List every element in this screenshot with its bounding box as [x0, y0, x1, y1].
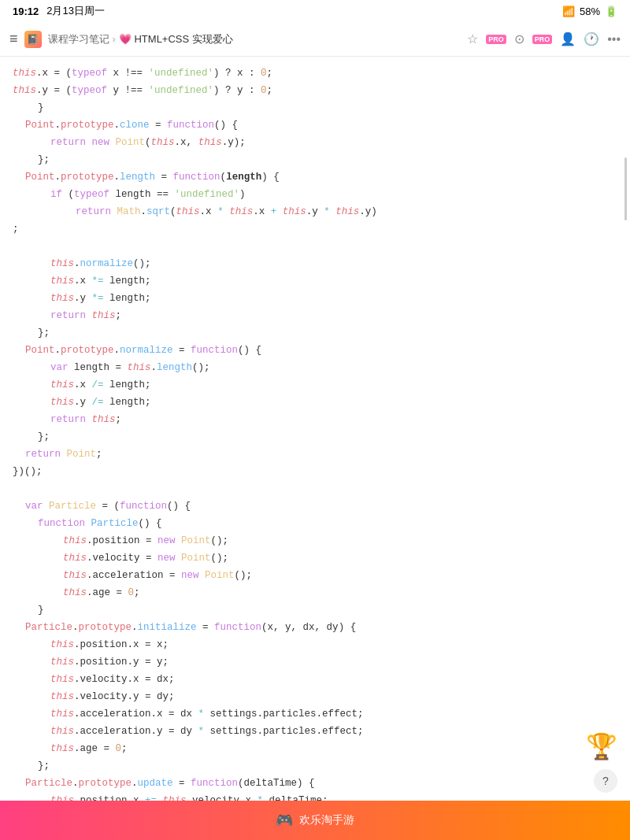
code-line: this.x *= length;: [0, 272, 630, 290]
code-line: this.velocity.y = dy;: [0, 688, 630, 705]
code-line: Point.prototype.normalize = function() {: [0, 342, 630, 359]
pro-badge-2: PRO: [532, 35, 553, 44]
scroll-indicator: [624, 157, 627, 220]
code-line: }: [0, 99, 630, 117]
page-title: 💗 HTML+CSS 实现爱心: [119, 32, 233, 46]
code-line: };: [0, 151, 630, 168]
menu-icon[interactable]: ≡: [9, 31, 18, 47]
code-line: Particle.prototype.initialize = function…: [0, 619, 630, 636]
code-line: if (typeof length == 'undefined'): [0, 186, 630, 203]
pro-badge-1: PRO: [486, 35, 506, 44]
code-line: ;: [0, 220, 630, 238]
code-line: this.position = new Point();: [0, 532, 630, 550]
notebook-name[interactable]: 课程学习笔记: [48, 32, 109, 46]
code-line: this.velocity = new Point();: [0, 550, 630, 567]
code-line: [0, 480, 630, 498]
notebook-logo: 📓: [24, 31, 42, 48]
code-line: this.x /= length;: [0, 376, 630, 394]
share-icon[interactable]: ⊙: [514, 31, 524, 46]
code-line: return new Point(this.x, this.y);: [0, 134, 630, 151]
status-date: 2月13日周一: [46, 4, 105, 18]
code-line: this.velocity.x = dx;: [0, 671, 630, 688]
code-line: var Particle = (function() {: [0, 498, 630, 515]
code-line: this.acceleration = new Point();: [0, 567, 630, 584]
code-line: return Math.sqrt(this.x * this.x + this.…: [0, 203, 630, 220]
person-icon[interactable]: 👤: [560, 31, 576, 46]
code-line: this.position.y = y;: [0, 653, 630, 671]
breadcrumb: 课程学习笔记 › 💗 HTML+CSS 实现爱心: [48, 32, 461, 46]
code-line: return this;: [0, 307, 630, 324]
code-line: Particle.prototype.update = function(del…: [0, 775, 630, 792]
code-line: Point.prototype.length = function(length…: [0, 168, 630, 186]
code-line: return this;: [0, 411, 630, 428]
more-icon[interactable]: •••: [607, 32, 621, 46]
battery-icon: 🔋: [605, 6, 617, 17]
code-line: this.x = (typeof x !== 'undefined') ? x …: [0, 65, 630, 82]
code-line: var length = this.length();: [0, 359, 630, 376]
history-icon[interactable]: 🕐: [584, 31, 599, 46]
code-line: this.y *= length;: [0, 290, 630, 307]
code-line: this.age = 0;: [0, 584, 630, 601]
bottom-banner[interactable]: 🎮 欢乐淘手游: [0, 801, 630, 840]
code-line: };: [0, 757, 630, 775]
code-editor: this.x = (typeof x !== 'undefined') ? x …: [0, 57, 630, 840]
battery-percent: 58%: [580, 6, 600, 17]
code-line: };: [0, 428, 630, 446]
status-bar: 19:12 2月13日周一 📶 58% 🔋: [0, 0, 630, 22]
question-button[interactable]: ?: [594, 769, 617, 793]
code-line: };: [0, 324, 630, 342]
code-line: this.normalize();: [0, 255, 630, 272]
code-line: this.acceleration.x = dx * settings.part…: [0, 705, 630, 723]
nav-bar: ≡ 📓 课程学习笔记 › 💗 HTML+CSS 实现爱心 ☆ PRO ⊙ PRO…: [0, 22, 630, 57]
banner-text: 欢乐淘手游: [299, 813, 354, 827]
code-line: this.y = (typeof y !== 'undefined') ? y …: [0, 82, 630, 99]
nav-right-icons: ☆ PRO ⊙ PRO 👤 🕐 •••: [467, 31, 621, 46]
star-icon[interactable]: ☆: [467, 31, 478, 46]
code-line: function Particle() {: [0, 515, 630, 532]
breadcrumb-separator: ›: [113, 33, 116, 45]
code-line: return Point;: [0, 446, 630, 463]
code-line: [0, 238, 630, 255]
wifi-icon: 📶: [562, 6, 575, 17]
code-line: Point.prototype.clone = function() {: [0, 117, 630, 134]
code-line: }: [0, 601, 630, 619]
code-line: this.acceleration.y = dy * settings.part…: [0, 723, 630, 740]
banner-emoji: 🎮: [276, 812, 293, 829]
status-right: 📶 58% 🔋: [562, 6, 617, 17]
code-line: })();: [0, 463, 630, 480]
trophy-icon: 🏆: [586, 731, 617, 761]
code-line: this.position.x = x;: [0, 636, 630, 653]
code-line: this.age = 0;: [0, 740, 630, 757]
status-time: 19:12: [13, 6, 39, 17]
code-line: this.y /= length;: [0, 394, 630, 411]
